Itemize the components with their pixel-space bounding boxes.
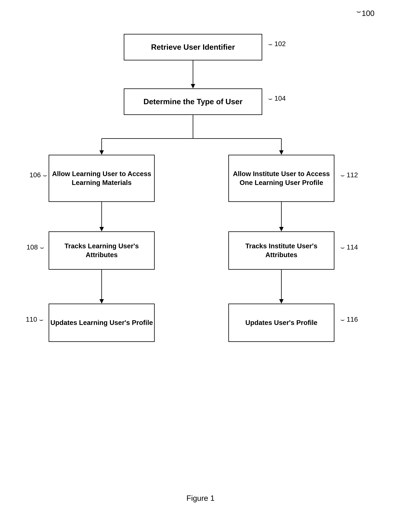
- box-tracks-institute: Tracks Institute User's Attributes: [228, 231, 334, 270]
- ref-116: ⌣ 116: [340, 315, 358, 323]
- box-institute-access: Allow Institute User to Access One Learn…: [228, 155, 334, 202]
- ref-106: 106 ⌣: [30, 171, 47, 179]
- ref-100: 100: [362, 9, 375, 18]
- ref-110: 110 ⌣: [26, 315, 44, 323]
- ref-104: ⌣ 104: [268, 94, 286, 102]
- svg-marker-1: [191, 84, 195, 89]
- svg-marker-5: [100, 150, 104, 155]
- ref-114: ⌣ 114: [340, 243, 358, 251]
- box-tracks-learning: Tracks Learning User's Attributes: [49, 231, 155, 270]
- ref-112: ⌣ 112: [340, 171, 358, 179]
- svg-marker-16: [279, 299, 284, 304]
- box-retrieve: Retrieve User Identifier: [124, 34, 262, 60]
- box-determine: Determine the Type of User: [124, 89, 262, 115]
- ref-102: ⌣ 102: [268, 40, 286, 48]
- svg-marker-12: [279, 227, 284, 231]
- box-learning-access: Allow Learning User to Access Learning M…: [49, 155, 155, 202]
- svg-marker-8: [279, 150, 284, 155]
- svg-marker-14: [100, 299, 104, 304]
- figure-caption: Figure 1: [187, 494, 215, 502]
- diagram-container: 100 ⌣ Retrieve User Identifier: [0, 0, 401, 532]
- box-updates-institute: Updates User's Profile: [228, 304, 334, 342]
- box-updates-learning: Updates Learning User's Profile: [49, 304, 155, 342]
- ref-100-curve: ⌣: [356, 7, 361, 16]
- ref-108: 108 ⌣: [26, 243, 44, 251]
- svg-marker-10: [100, 227, 104, 231]
